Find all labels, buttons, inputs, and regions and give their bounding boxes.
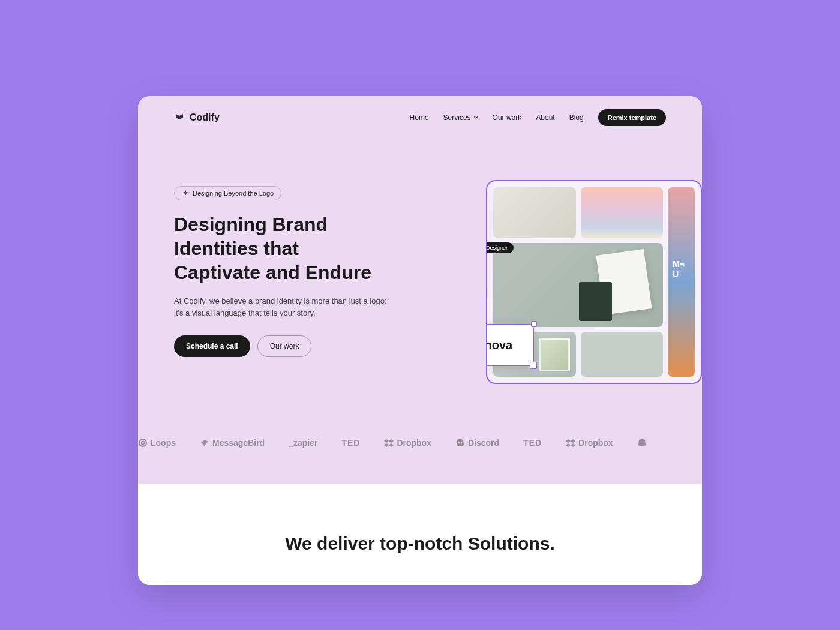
logo-loops: Loops: [138, 438, 176, 448]
logo-loops-text: Loops: [151, 438, 176, 448]
nav-home[interactable]: Home: [410, 113, 429, 122]
logo-dropbox-text: Dropbox: [397, 438, 431, 448]
brand-name: Codify: [190, 112, 220, 123]
logo-discord-text: Discord: [468, 438, 499, 448]
nav-links: Home Services Our work About Blog Re: [410, 109, 666, 126]
remix-template-button[interactable]: Remix template: [598, 109, 666, 126]
svg-point-1: [142, 442, 145, 445]
mood-tile-1: [493, 187, 576, 238]
navbar: Codify Home Services Our work About: [174, 109, 666, 126]
schedule-call-button[interactable]: Schedule a call: [174, 335, 250, 357]
nav-home-label: Home: [410, 113, 429, 122]
logo-zapier-text: _zapier: [289, 438, 317, 448]
hero-content: Designing Beyond the Logo Designing Bran…: [174, 186, 666, 396]
chevron-down-icon: [473, 115, 478, 120]
svg-point-0: [139, 439, 146, 446]
hero-buttons: Schedule a call Our work: [174, 335, 390, 357]
nav-blog-label: Blog: [569, 113, 584, 122]
nav-services-label: Services: [443, 113, 471, 122]
mood-tile-6: [581, 332, 664, 377]
nav-blog[interactable]: Blog: [569, 113, 584, 122]
resize-handle[interactable]: [531, 321, 537, 327]
solutions-section: We deliver top-notch Solutions.: [138, 484, 702, 585]
logo-dropbox-2-text: Dropbox: [578, 438, 613, 448]
logo-zapier: _zapier: [289, 438, 317, 448]
sparkle-icon: [182, 190, 189, 197]
hero-section: Codify Home Services Our work About: [138, 96, 702, 484]
logo-discord: Discord: [455, 438, 499, 448]
mood-tile-3: [668, 187, 695, 377]
svg-point-2: [458, 442, 460, 443]
logo-dropbox: Dropbox: [384, 438, 431, 448]
nav-services[interactable]: Services: [443, 113, 478, 122]
cursor-overlay: Designer: [486, 242, 514, 253]
nav-about[interactable]: About: [536, 113, 554, 122]
logo-dropbox-2: Dropbox: [566, 438, 613, 448]
hero-title: Designing Brand Identities that Captivat…: [174, 212, 390, 284]
hero-visual: Designer Finova: [444, 186, 666, 396]
nav-our-work-label: Our work: [493, 113, 522, 122]
logo-messagebird-text: MessageBird: [212, 438, 265, 448]
logo-ted-2-text: TED: [523, 438, 542, 448]
brand-logo[interactable]: Codify: [174, 112, 220, 123]
hero-badge: Designing Beyond the Logo: [174, 186, 281, 200]
finova-selected-card[interactable]: Finova: [486, 324, 534, 366]
hero-badge-text: Designing Beyond the Logo: [193, 190, 274, 197]
hero-description: At Codify, we believe a brand identity i…: [174, 295, 390, 319]
logo-messagebird: MessageBird: [200, 438, 265, 448]
mood-tile-4: [493, 243, 663, 327]
client-logos-strip: Loops MessageBird _zapier TED Dropbox Di…: [138, 438, 702, 448]
mood-tile-2: [581, 187, 664, 238]
codify-logo-icon: [174, 112, 185, 123]
logo-ted-2: TED: [523, 438, 542, 448]
logo-ted: TED: [341, 438, 360, 448]
our-work-button[interactable]: Our work: [257, 335, 312, 357]
svg-point-3: [461, 442, 462, 443]
hero-text-column: Designing Beyond the Logo Designing Bran…: [174, 186, 390, 357]
finova-text: Finova: [486, 338, 512, 352]
moodboard-frame: Designer Finova: [486, 180, 702, 384]
nav-about-label: About: [536, 113, 554, 122]
solutions-title: We deliver top-notch Solutions.: [174, 532, 666, 555]
cursor-label: Designer: [486, 242, 514, 253]
nav-our-work[interactable]: Our work: [493, 113, 522, 122]
logo-discord-cut: [637, 438, 647, 448]
app-window: Codify Home Services Our work About: [138, 96, 702, 585]
logo-ted-text: TED: [341, 438, 360, 448]
